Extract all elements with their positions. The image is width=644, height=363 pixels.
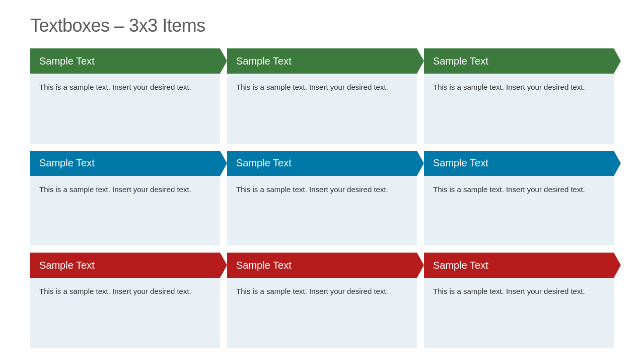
cell-header-r2-c2[interactable]: Sample Text: [227, 151, 417, 176]
cell-body-r1-c3: This is a sample text. Insert your desir…: [424, 74, 614, 144]
textbox-grid: Sample TextThis is a sample text. Insert…: [30, 48, 614, 348]
cell-body-r3-c2: This is a sample text. Insert your desir…: [227, 278, 417, 348]
cell-r3-c3: Sample TextThis is a sample text. Insert…: [424, 253, 614, 348]
cell-header-r1-c3[interactable]: Sample Text: [424, 48, 614, 74]
cell-body-r1-c1: This is a sample text. Insert your desir…: [30, 74, 220, 144]
cell-r2-c1: Sample TextThis is a sample text. Insert…: [30, 151, 220, 246]
cell-header-r3-c1[interactable]: Sample Text: [30, 253, 220, 278]
cell-body-r2-c1: This is a sample text. Insert your desir…: [30, 176, 220, 246]
cell-body-r2-c3: This is a sample text. Insert your desir…: [424, 176, 614, 246]
cell-header-r2-c1[interactable]: Sample Text: [30, 151, 220, 176]
cell-r3-c2: Sample TextThis is a sample text. Insert…: [227, 253, 417, 348]
cell-body-r3-c3: This is a sample text. Insert your desir…: [424, 278, 614, 348]
cell-r2-c2: Sample TextThis is a sample text. Insert…: [227, 151, 417, 246]
cell-r1-c3: Sample TextThis is a sample text. Insert…: [424, 48, 614, 144]
cell-body-r1-c2: This is a sample text. Insert your desir…: [227, 74, 417, 144]
cell-header-r3-c3[interactable]: Sample Text: [424, 253, 614, 278]
cell-header-r3-c2[interactable]: Sample Text: [227, 253, 417, 278]
cell-r1-c1: Sample TextThis is a sample text. Insert…: [30, 48, 220, 144]
cell-r3-c1: Sample TextThis is a sample text. Insert…: [30, 253, 220, 348]
cell-header-r1-c1[interactable]: Sample Text: [30, 48, 220, 74]
cell-r2-c3: Sample TextThis is a sample text. Insert…: [424, 151, 614, 246]
cell-header-r1-c2[interactable]: Sample Text: [227, 48, 417, 74]
cell-r1-c2: Sample TextThis is a sample text. Insert…: [227, 48, 417, 144]
cell-body-r3-c1: This is a sample text. Insert your desir…: [30, 278, 220, 348]
cell-header-r2-c3[interactable]: Sample Text: [424, 151, 614, 176]
page-title: Textboxes – 3x3 Items: [30, 15, 614, 36]
cell-body-r2-c2: This is a sample text. Insert your desir…: [227, 176, 417, 246]
